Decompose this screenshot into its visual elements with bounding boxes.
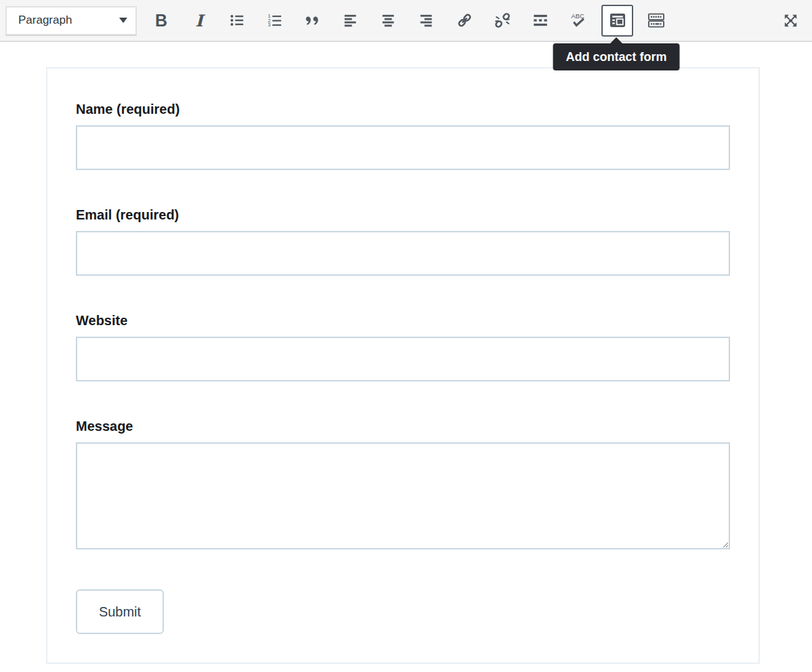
align-right-button[interactable] <box>412 5 442 35</box>
align-left-button[interactable] <box>336 5 366 35</box>
keyboard-button[interactable] <box>641 5 671 35</box>
blockquote-icon <box>304 12 322 29</box>
align-center-icon <box>380 12 398 29</box>
submit-button[interactable]: Submit <box>76 589 164 634</box>
format-dropdown-value: Paragraph <box>18 14 72 27</box>
blockquote-button[interactable] <box>298 5 328 35</box>
form-field-website: Website <box>76 311 730 381</box>
format-dropdown[interactable]: Paragraph <box>5 6 137 35</box>
link-button[interactable] <box>450 5 479 35</box>
align-right-icon <box>418 12 435 29</box>
editor-toolbar: Paragraph B I 1 2 3 <box>0 0 812 42</box>
form-field-name: Name (required) <box>76 100 730 170</box>
message-textarea[interactable] <box>76 442 730 549</box>
website-input[interactable] <box>76 337 730 381</box>
link-icon <box>456 12 473 29</box>
name-field-label: Name (required) <box>76 100 730 119</box>
form-field-message: Message <box>76 417 730 549</box>
bulleted-list-button[interactable] <box>222 5 252 35</box>
bold-icon: B <box>155 11 167 30</box>
italic-button[interactable]: I <box>184 5 214 35</box>
bulleted-list-icon <box>228 12 246 29</box>
message-field-label: Message <box>76 417 730 436</box>
website-field-label: Website <box>76 311 730 330</box>
name-input[interactable] <box>76 125 730 170</box>
keyboard-icon <box>647 11 666 30</box>
svg-text:3: 3 <box>268 22 270 28</box>
bold-button[interactable]: B <box>146 5 176 35</box>
email-input[interactable] <box>76 231 730 276</box>
add-contact-form-button[interactable] <box>601 5 633 37</box>
spellcheck-button[interactable]: ABC <box>563 5 593 35</box>
fullscreen-icon <box>782 12 800 30</box>
contact-form-preview[interactable]: Name (required) Email (required) Website… <box>46 67 760 664</box>
form-field-email: Email (required) <box>76 205 730 276</box>
email-field-label: Email (required) <box>76 205 730 224</box>
add-contact-form-tooltip: Add contact form <box>553 43 679 70</box>
chevron-down-icon <box>119 18 127 23</box>
add-contact-form-icon <box>608 11 627 30</box>
tooltip-arrow <box>610 37 622 43</box>
unlink-button[interactable] <box>488 5 517 35</box>
read-more-button[interactable] <box>526 5 555 35</box>
read-more-icon <box>532 12 549 29</box>
fullscreen-button[interactable] <box>775 5 805 35</box>
unlink-icon <box>494 12 511 29</box>
italic-icon: I <box>195 11 202 30</box>
numbered-list-button[interactable]: 1 2 3 <box>260 5 290 35</box>
align-center-button[interactable] <box>374 5 404 35</box>
spellcheck-abc-icon: ABC <box>569 11 588 30</box>
numbered-list-icon: 1 2 3 <box>266 12 284 29</box>
align-left-icon <box>342 12 360 29</box>
